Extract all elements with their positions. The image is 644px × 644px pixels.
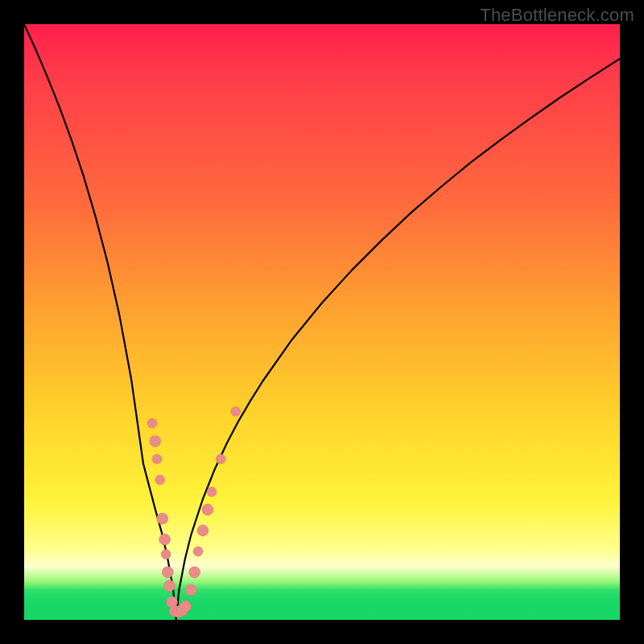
curve-marker — [231, 407, 241, 416]
bottleneck-curve — [24, 24, 620, 620]
curve-marker — [180, 601, 192, 612]
curve-marker — [159, 534, 171, 545]
curve-marker — [161, 550, 171, 559]
curve-marker — [189, 567, 200, 578]
chart-frame: TheBottleneck.com — [0, 0, 644, 644]
curve-marker — [197, 525, 208, 536]
chart-svg — [24, 24, 620, 620]
curve-marker — [202, 504, 213, 515]
curve-marker — [157, 513, 168, 524]
curve-marker — [185, 584, 196, 596]
curve-marker — [150, 436, 161, 447]
curve-marker — [164, 580, 175, 592]
curve-marker — [193, 547, 203, 556]
curve-marker — [152, 454, 162, 464]
curve-marker — [155, 475, 165, 485]
curve-marker — [147, 419, 157, 428]
plot-area — [24, 24, 620, 620]
curve-marker — [207, 487, 217, 497]
curve-marker — [216, 454, 225, 464]
watermark-text: TheBottleneck.com — [480, 5, 634, 26]
curve-marker — [162, 567, 173, 578]
